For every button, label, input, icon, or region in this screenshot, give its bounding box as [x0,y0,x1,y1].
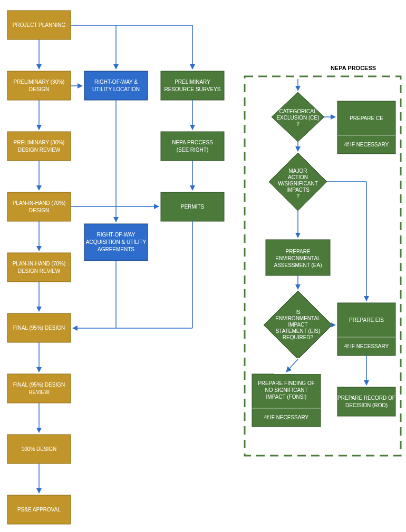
svg-text:PROJECT PLANNING: PROJECT PLANNING [13,22,66,28]
diamond-categorical-exclusion: CATEGORICAL EXCLUSION (CE) ? [272,92,324,142]
svg-rect-2 [7,71,71,100]
svg-text:ENVIRONMENTAL: ENVIRONMENTAL [275,316,321,321]
svg-text:DESIGN REVIEW: DESIGN REVIEW [18,147,61,153]
box-plan-in-hand-design: PLAN-IN-HAND (70%) DESIGN [7,192,71,221]
svg-text:PLAN-IN-HAND (70%): PLAN-IN-HAND (70%) [13,261,66,267]
box-final-design-review: FINAL (95%) DESIGN REVIEW [7,374,71,403]
svg-text:FINAL (95%) DESIGN: FINAL (95%) DESIGN [13,382,65,388]
svg-text:PREPARE FINDING OF: PREPARE FINDING OF [258,380,315,386]
svg-text:4f IF NECESSARY: 4f IF NECESSARY [344,343,389,349]
svg-text:EXCLUSION (CE): EXCLUSION (CE) [276,115,319,121]
svg-text:AGREEMENTS: AGREEMENTS [98,247,134,252]
box-project-planning: PROJECT PLANNING [7,11,71,40]
svg-text:DESIGN: DESIGN [29,86,49,92]
box-row-acquisition: RIGHT-OF-WAY ACQUISITION & UTILITY AGREE… [84,224,148,261]
box-nepa-process-ref: NEPA PROCESS (SEE RIGHT) [161,132,224,161]
svg-text:IMPACT: IMPACT [288,322,307,328]
svg-rect-5 [7,132,71,161]
svg-text:ASSESSMENT (EA): ASSESSMENT (EA) [274,262,322,268]
svg-text:PREPARE EIS: PREPARE EIS [349,317,384,323]
svg-text:DECISION (ROD): DECISION (ROD) [345,402,388,408]
svg-text:RIGHT-OF-WAY &: RIGHT-OF-WAY & [94,79,138,85]
svg-text:4f IF NECESSARY: 4f IF NECESSARY [344,142,389,147]
svg-text:W/SIGNIFICANT: W/SIGNIFICANT [278,181,318,186]
svg-text:MAJOR: MAJOR [289,168,307,174]
svg-text:?: ? [296,193,299,199]
diamond-eis-required: IS ENVIRONMENTAL IMPACT STATEMENT (EIS) … [264,291,332,359]
box-fonsi: PREPARE FINDING OF NO SIGNIFICANT IMPACT… [252,374,321,427]
svg-text:PRELIMINARY: PRELIMINARY [175,79,210,85]
box-prepare-ce: PREPARE CE 4f IF NECESSARY [337,101,395,154]
svg-text:4f IF NECESSARY: 4f IF NECESSARY [264,415,309,420]
svg-text:NO SIGNIFICANT: NO SIGNIFICANT [265,387,307,393]
svg-text:DESIGN: DESIGN [29,208,49,213]
svg-rect-30 [161,71,224,100]
box-permits: PERMITS [161,192,224,221]
svg-rect-16 [7,374,71,403]
svg-text:PREPARE CE: PREPARE CE [350,115,383,121]
svg-rect-11 [7,253,71,282]
svg-text:100% DESIGN: 100% DESIGN [22,446,57,452]
box-final-design: FINAL (95%) DESIGN [7,313,71,342]
nepa-section-title: NEPA PROCESS [331,65,376,71]
svg-text:STATEMENT (EIS): STATEMENT (EIS) [276,328,320,334]
svg-rect-72 [337,387,395,416]
box-row-utility-location: RIGHT-OF-WAY & UTILITY LOCATION [84,71,148,100]
svg-text:PRELIMINARY (30%): PRELIMINARY (30%) [14,79,65,85]
svg-text:FINAL (95%) DESIGN: FINAL (95%) DESIGN [13,325,65,331]
svg-text:REQUIRED?: REQUIRED? [283,334,314,340]
svg-text:NEPA PROCESS: NEPA PROCESS [172,140,213,145]
svg-text:ACTION: ACTION [288,174,308,180]
box-prepare-ea: PREPARE ENVIRONMENTAL ASSESSMENT (EA) [266,240,330,275]
diamond-major-action: MAJOR ACTION W/SIGNIFICANT IMPACTS ? [269,153,327,211]
svg-rect-8 [7,192,71,221]
svg-text:UTILITY LOCATION: UTILITY LOCATION [92,86,140,92]
box-preliminary-surveys: PRELIMINARY RESOURCE SURVEYS [161,71,224,100]
svg-text:PS&E APPROVAL: PS&E APPROVAL [17,507,61,513]
svg-text:IMPACTS: IMPACTS [286,187,310,193]
box-100-design: 100% DESIGN [7,435,71,464]
svg-text:PERMITS: PERMITS [181,204,205,210]
box-prepare-eis: PREPARE EIS 4f IF NECESSARY [337,303,395,356]
svg-text:RIGHT-OF-WAY: RIGHT-OF-WAY [97,232,136,238]
svg-text:PRELIMINARY (30%): PRELIMINARY (30%) [14,140,65,145]
svg-text:IMPACT (FONSI): IMPACT (FONSI) [266,394,307,400]
svg-text:PREPARE: PREPARE [285,249,310,254]
svg-text:(SEE RIGHT): (SEE RIGHT) [177,147,209,153]
svg-text:CATEGORICAL: CATEGORICAL [279,109,317,114]
svg-text:ACQUISITION & UTILITY: ACQUISITION & UTILITY [86,239,147,245]
svg-text:DESIGN REVIEW: DESIGN REVIEW [18,268,61,274]
svg-text:RESOURCE SURVEYS: RESOURCE SURVEYS [164,86,220,92]
box-prelim-design: PRELIMINARY (30%) DESIGN [7,71,71,100]
svg-text:PREPARE RECORD OF: PREPARE RECORD OF [337,395,395,401]
box-plan-in-hand-review: PLAN-IN-HAND (70%) DESIGN REVIEW [7,253,71,282]
svg-text:PLAN-IN-HAND (70%): PLAN-IN-HAND (70%) [13,200,66,206]
svg-text:ENVIRONMENTAL: ENVIRONMENTAL [275,255,321,261]
box-pse-approval: PS&E APPROVAL [7,495,71,524]
box-prelim-design-review: PRELIMINARY (30%) DESIGN REVIEW [7,132,71,161]
svg-rect-33 [161,132,224,161]
svg-text:IS: IS [295,309,301,315]
svg-text:REVIEW: REVIEW [28,389,50,395]
svg-rect-75 [274,358,322,374]
svg-text:?: ? [296,121,299,127]
box-prepare-rod: PREPARE RECORD OF DECISION (ROD) [337,387,395,416]
svg-rect-23 [84,71,148,100]
